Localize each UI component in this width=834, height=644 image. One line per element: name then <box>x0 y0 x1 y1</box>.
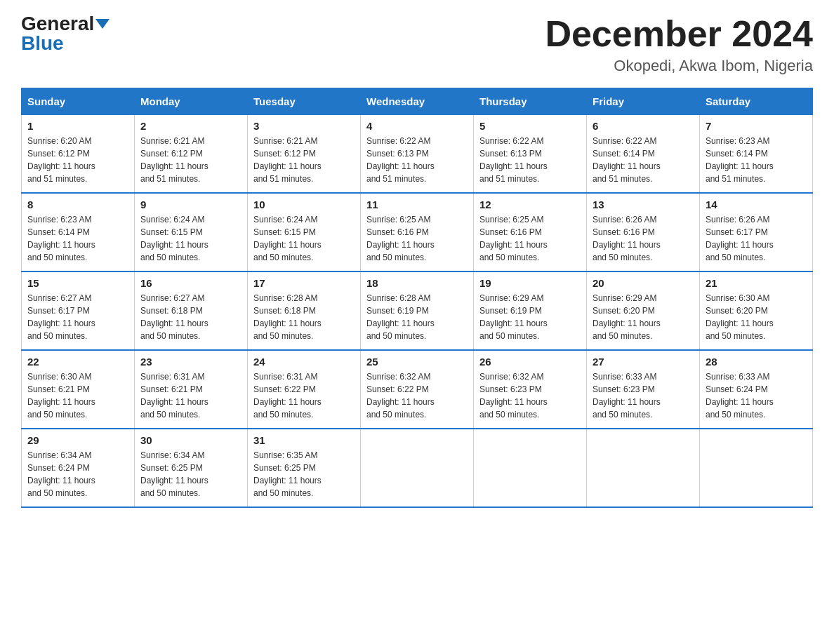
day-number: 21 <box>706 277 807 289</box>
day-info: Sunrise: 6:25 AMSunset: 6:16 PMDaylight:… <box>366 213 468 264</box>
day-info: Sunrise: 6:35 AMSunset: 6:25 PMDaylight:… <box>253 449 355 499</box>
day-number: 5 <box>479 120 581 132</box>
day-info: Sunrise: 6:28 AMSunset: 6:18 PMDaylight:… <box>253 292 355 342</box>
day-number: 10 <box>253 199 355 210</box>
calendar-cell: 24Sunrise: 6:31 AMSunset: 6:22 PMDayligh… <box>248 350 361 429</box>
calendar-cell: 29Sunrise: 6:34 AMSunset: 6:24 PMDayligh… <box>22 429 135 507</box>
day-info: Sunrise: 6:24 AMSunset: 6:15 PMDaylight:… <box>140 213 241 264</box>
day-info: Sunrise: 6:27 AMSunset: 6:17 PMDaylight:… <box>27 292 128 342</box>
day-number: 23 <box>140 356 241 368</box>
calendar-cell: 19Sunrise: 6:29 AMSunset: 6:19 PMDayligh… <box>474 271 587 350</box>
header-cell-saturday: Saturday <box>700 88 813 115</box>
day-info: Sunrise: 6:20 AMSunset: 6:12 PMDaylight:… <box>27 135 128 185</box>
logo-arrow-icon <box>95 19 110 29</box>
calendar-cell <box>587 429 700 507</box>
logo: General Blue <box>21 14 110 53</box>
day-number: 22 <box>27 356 128 368</box>
day-number: 20 <box>593 277 694 289</box>
calendar-cell: 22Sunrise: 6:30 AMSunset: 6:21 PMDayligh… <box>22 350 135 429</box>
day-info: Sunrise: 6:30 AMSunset: 6:20 PMDaylight:… <box>706 292 807 342</box>
calendar-cell: 23Sunrise: 6:31 AMSunset: 6:21 PMDayligh… <box>135 350 248 429</box>
day-info: Sunrise: 6:26 AMSunset: 6:16 PMDaylight:… <box>593 213 694 264</box>
day-number: 3 <box>253 120 355 132</box>
day-info: Sunrise: 6:30 AMSunset: 6:21 PMDaylight:… <box>27 370 128 421</box>
calendar-cell: 30Sunrise: 6:34 AMSunset: 6:25 PMDayligh… <box>135 429 248 507</box>
day-info: Sunrise: 6:22 AMSunset: 6:13 PMDaylight:… <box>479 135 581 185</box>
day-number: 31 <box>253 434 355 446</box>
calendar-cell <box>700 429 813 507</box>
header-cell-tuesday: Tuesday <box>248 88 361 115</box>
calendar-cell: 28Sunrise: 6:33 AMSunset: 6:24 PMDayligh… <box>700 350 813 429</box>
calendar-cell: 2Sunrise: 6:21 AMSunset: 6:12 PMDaylight… <box>135 115 248 194</box>
day-info: Sunrise: 6:34 AMSunset: 6:24 PMDaylight:… <box>27 449 128 499</box>
day-number: 30 <box>140 434 241 446</box>
day-info: Sunrise: 6:32 AMSunset: 6:23 PMDaylight:… <box>479 370 581 421</box>
calendar-cell: 26Sunrise: 6:32 AMSunset: 6:23 PMDayligh… <box>474 350 587 429</box>
calendar-cell: 21Sunrise: 6:30 AMSunset: 6:20 PMDayligh… <box>700 271 813 350</box>
day-number: 4 <box>366 120 468 132</box>
calendar-week-row: 29Sunrise: 6:34 AMSunset: 6:24 PMDayligh… <box>22 429 813 507</box>
day-number: 28 <box>706 356 807 368</box>
calendar-table: SundayMondayTuesdayWednesdayThursdayFrid… <box>21 88 813 508</box>
calendar-cell: 12Sunrise: 6:25 AMSunset: 6:16 PMDayligh… <box>474 193 587 271</box>
calendar-week-row: 15Sunrise: 6:27 AMSunset: 6:17 PMDayligh… <box>22 271 813 350</box>
day-number: 29 <box>27 434 128 446</box>
day-number: 8 <box>27 199 128 210</box>
day-info: Sunrise: 6:22 AMSunset: 6:13 PMDaylight:… <box>366 135 468 185</box>
day-info: Sunrise: 6:21 AMSunset: 6:12 PMDaylight:… <box>140 135 241 185</box>
day-number: 13 <box>593 199 694 210</box>
calendar-cell: 8Sunrise: 6:23 AMSunset: 6:14 PMDaylight… <box>22 193 135 271</box>
calendar-cell: 15Sunrise: 6:27 AMSunset: 6:17 PMDayligh… <box>22 271 135 350</box>
day-number: 2 <box>140 120 241 132</box>
calendar-cell: 9Sunrise: 6:24 AMSunset: 6:15 PMDaylight… <box>135 193 248 271</box>
calendar-week-row: 1Sunrise: 6:20 AMSunset: 6:12 PMDaylight… <box>22 115 813 194</box>
day-info: Sunrise: 6:31 AMSunset: 6:22 PMDaylight:… <box>253 370 355 421</box>
day-number: 1 <box>27 120 128 132</box>
day-number: 25 <box>366 356 468 368</box>
header-row: SundayMondayTuesdayWednesdayThursdayFrid… <box>22 88 813 115</box>
day-info: Sunrise: 6:23 AMSunset: 6:14 PMDaylight:… <box>27 213 128 264</box>
calendar-cell: 27Sunrise: 6:33 AMSunset: 6:23 PMDayligh… <box>587 350 700 429</box>
day-info: Sunrise: 6:23 AMSunset: 6:14 PMDaylight:… <box>706 135 807 185</box>
header-cell-thursday: Thursday <box>474 88 587 115</box>
calendar-cell: 13Sunrise: 6:26 AMSunset: 6:16 PMDayligh… <box>587 193 700 271</box>
calendar-cell: 14Sunrise: 6:26 AMSunset: 6:17 PMDayligh… <box>700 193 813 271</box>
logo-general-text: General <box>21 14 94 34</box>
day-info: Sunrise: 6:29 AMSunset: 6:19 PMDaylight:… <box>479 292 581 342</box>
calendar-cell: 4Sunrise: 6:22 AMSunset: 6:13 PMDaylight… <box>361 115 474 194</box>
day-info: Sunrise: 6:26 AMSunset: 6:17 PMDaylight:… <box>706 213 807 264</box>
header-cell-sunday: Sunday <box>22 88 135 115</box>
location-title: Okopedi, Akwa Ibom, Nigeria <box>545 57 813 75</box>
month-title: December 2024 <box>545 14 813 54</box>
calendar-header: SundayMondayTuesdayWednesdayThursdayFrid… <box>22 88 813 115</box>
day-number: 16 <box>140 277 241 289</box>
day-info: Sunrise: 6:33 AMSunset: 6:24 PMDaylight:… <box>706 370 807 421</box>
day-info: Sunrise: 6:25 AMSunset: 6:16 PMDaylight:… <box>479 213 581 264</box>
calendar-cell <box>474 429 587 507</box>
calendar-cell: 18Sunrise: 6:28 AMSunset: 6:19 PMDayligh… <box>361 271 474 350</box>
title-block: December 2024 Okopedi, Akwa Ibom, Nigeri… <box>545 14 813 75</box>
calendar-cell: 16Sunrise: 6:27 AMSunset: 6:18 PMDayligh… <box>135 271 248 350</box>
day-number: 12 <box>479 199 581 210</box>
page-header: General Blue December 2024 Okopedi, Akwa… <box>21 14 813 75</box>
calendar-cell: 10Sunrise: 6:24 AMSunset: 6:15 PMDayligh… <box>248 193 361 271</box>
calendar-cell: 3Sunrise: 6:21 AMSunset: 6:12 PMDaylight… <box>248 115 361 194</box>
day-info: Sunrise: 6:22 AMSunset: 6:14 PMDaylight:… <box>593 135 694 185</box>
day-number: 6 <box>593 120 694 132</box>
calendar-cell: 17Sunrise: 6:28 AMSunset: 6:18 PMDayligh… <box>248 271 361 350</box>
calendar-week-row: 8Sunrise: 6:23 AMSunset: 6:14 PMDaylight… <box>22 193 813 271</box>
day-info: Sunrise: 6:34 AMSunset: 6:25 PMDaylight:… <box>140 449 241 499</box>
day-number: 24 <box>253 356 355 368</box>
calendar-week-row: 22Sunrise: 6:30 AMSunset: 6:21 PMDayligh… <box>22 350 813 429</box>
logo-blue-text: Blue <box>21 34 64 53</box>
calendar-cell: 5Sunrise: 6:22 AMSunset: 6:13 PMDaylight… <box>474 115 587 194</box>
day-number: 7 <box>706 120 807 132</box>
calendar-cell: 7Sunrise: 6:23 AMSunset: 6:14 PMDaylight… <box>700 115 813 194</box>
calendar-cell: 31Sunrise: 6:35 AMSunset: 6:25 PMDayligh… <box>248 429 361 507</box>
calendar-cell: 25Sunrise: 6:32 AMSunset: 6:22 PMDayligh… <box>361 350 474 429</box>
day-info: Sunrise: 6:32 AMSunset: 6:22 PMDaylight:… <box>366 370 468 421</box>
calendar-cell: 20Sunrise: 6:29 AMSunset: 6:20 PMDayligh… <box>587 271 700 350</box>
calendar-cell <box>361 429 474 507</box>
day-info: Sunrise: 6:27 AMSunset: 6:18 PMDaylight:… <box>140 292 241 342</box>
calendar-cell: 6Sunrise: 6:22 AMSunset: 6:14 PMDaylight… <box>587 115 700 194</box>
